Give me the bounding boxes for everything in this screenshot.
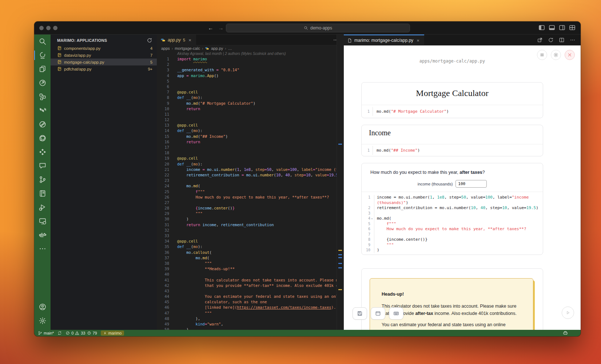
app-settings-button[interactable] xyxy=(551,50,561,60)
cell-code[interactable]: 1 mo.md("# Mortgage Calculator") xyxy=(362,105,543,118)
toggle-secondary-sidebar-icon[interactable] xyxy=(559,24,565,31)
code-line[interactable]: 23 xyxy=(157,178,344,183)
copilot-icon[interactable] xyxy=(563,331,568,336)
code-line[interactable]: 31 return income, retirement_contributio… xyxy=(157,222,344,228)
code-line[interactable]: 35def __(mo): xyxy=(157,244,344,249)
run-app-button[interactable] xyxy=(562,307,574,319)
breadcrumb[interactable]: apps›mortgage-calc›app.py›… xyxy=(161,45,232,51)
breadcrumb-item[interactable]: app.py xyxy=(211,46,223,51)
code-line[interactable]: 21 income = mo.ui.number(1, 1e8, step=50… xyxy=(157,167,344,172)
marimo-server-status[interactable]: marimo xyxy=(101,331,124,336)
code-line[interactable]: 29 """ xyxy=(157,211,344,216)
code-line[interactable]: 8def __(mo): xyxy=(157,95,344,100)
code-line[interactable]: 14def __(mo): xyxy=(157,128,344,133)
history-forward-button[interactable]: → xyxy=(218,25,224,31)
code-line[interactable]: 37 mo.md( xyxy=(157,255,344,261)
breadcrumb-item[interactable]: … xyxy=(228,46,232,51)
code-line[interactable]: 25 f""" xyxy=(157,189,344,195)
tab-marimo-preview[interactable]: marimo: mortgage-calc/app.py × xyxy=(344,35,424,45)
code-line[interactable]: 44 You can estimate your federal and sta… xyxy=(157,294,344,299)
activity-item-components[interactable] xyxy=(34,90,51,104)
code-line[interactable]: 15 mo.md("## Income") xyxy=(157,134,344,139)
activity-item-notebook[interactable] xyxy=(34,187,51,200)
customize-layout-icon[interactable] xyxy=(569,24,576,31)
activity-item-marimo[interactable] xyxy=(34,48,51,62)
code-line[interactable]: 1import marimo xyxy=(157,56,344,62)
cell-code-block[interactable]: 1income = mo.ui.number(1, 1e8, step=50, … xyxy=(362,192,543,255)
more-actions-icon[interactable] xyxy=(570,37,576,43)
cell-code[interactable]: 1 mo.md("## Income") xyxy=(362,144,543,156)
code-line[interactable]: 3__generated_with = "0.0.14" xyxy=(157,67,344,73)
code-line[interactable]: 33 xyxy=(157,233,344,239)
code-line[interactable]: 24 mo.md( xyxy=(157,183,344,189)
git-sync-button[interactable] xyxy=(57,331,62,335)
minimap[interactable] xyxy=(337,35,344,330)
save-button[interactable] xyxy=(353,307,367,320)
activity-item-remote-explorer[interactable] xyxy=(34,214,51,228)
activity-item-extensions[interactable] xyxy=(34,145,51,159)
code-line[interactable]: 46 [linked here](https://smartasset.com/… xyxy=(157,305,344,310)
code-line[interactable]: 13@app.cell xyxy=(157,123,344,128)
code-line[interactable]: 17 xyxy=(157,145,344,150)
activity-item-account[interactable] xyxy=(34,300,51,314)
activity-item-git-graph[interactable] xyxy=(34,173,51,187)
bell-icon[interactable] xyxy=(572,331,577,336)
breadcrumb-item[interactable]: apps xyxy=(161,46,170,51)
code-line[interactable]: 18 xyxy=(157,150,344,156)
code-line[interactable]: 41 This calculator does not take taxes i… xyxy=(157,277,344,283)
code-line[interactable]: 9 mo.md("# Mortgage Calculator") xyxy=(157,101,344,106)
code-line[interactable]: 42 that you provide **after-tax** income… xyxy=(157,283,344,288)
open-external-icon[interactable] xyxy=(537,37,543,43)
code-line[interactable]: 50 ) xyxy=(157,327,344,330)
activity-item-debug[interactable] xyxy=(34,200,51,214)
collapse-caret-icon[interactable]: ▾ xyxy=(371,216,373,222)
code-line[interactable]: 12 xyxy=(157,117,344,123)
traffic-zoom-button[interactable] xyxy=(53,26,57,30)
split-editor-icon[interactable] xyxy=(559,37,565,43)
reload-preview-icon[interactable] xyxy=(548,37,554,43)
git-branch-status[interactable]: main* xyxy=(38,331,54,335)
activity-item-leaf[interactable] xyxy=(34,117,51,131)
code-line[interactable]: 6 xyxy=(157,84,344,89)
code-line[interactable]: 48 ), xyxy=(157,316,344,321)
income-number-input[interactable] xyxy=(455,180,487,188)
code-line[interactable]: 19@app.cell xyxy=(157,156,344,161)
command-center-search[interactable]: demo-apps xyxy=(226,24,410,32)
code-line[interactable]: 4app = marimo.App() xyxy=(157,73,344,79)
activity-item-terraform[interactable] xyxy=(34,104,51,117)
activity-item-search[interactable] xyxy=(34,35,51,48)
code-line[interactable]: 47 """ xyxy=(157,311,344,316)
code-line[interactable]: 2 xyxy=(157,62,344,67)
activity-item-settings[interactable] xyxy=(34,314,51,328)
code-line[interactable]: 49 kind="warn", xyxy=(157,321,344,327)
code-line[interactable]: 36 mo.callout( xyxy=(157,250,344,255)
sidebar-item-components-app-py[interactable]: components/app.py4 xyxy=(51,45,157,52)
keyboard-shortcuts-button[interactable] xyxy=(389,307,403,320)
activity-item-run-circle[interactable] xyxy=(34,76,51,90)
code-line[interactable]: 32 xyxy=(157,228,344,233)
code-line[interactable]: 39 **Heads-up!** xyxy=(157,266,344,272)
code-line[interactable]: 20def __(mo): xyxy=(157,161,344,167)
code-line[interactable]: 43 xyxy=(157,288,344,294)
breadcrumb-item[interactable]: mortgage-calc xyxy=(175,46,200,51)
code-line[interactable]: 45 calculator, such as the one xyxy=(157,299,344,305)
toggle-primary-sidebar-icon[interactable] xyxy=(538,24,545,31)
tab-close-icon[interactable]: × xyxy=(187,37,192,43)
code-line[interactable]: 11 xyxy=(157,112,344,117)
preview-tab-close-icon[interactable]: × xyxy=(415,38,421,43)
code-editor[interactable]: 1import marimo23__generated_with = "0.0.… xyxy=(157,56,344,330)
code-line[interactable]: 10 return xyxy=(157,106,344,112)
code-line[interactable]: 34@app.cell xyxy=(157,239,344,244)
sidebar-item-dataviz-app-py[interactable]: dataviz/app.py7 xyxy=(51,52,157,59)
activity-item-github[interactable] xyxy=(34,131,51,145)
activity-item-docker[interactable] xyxy=(34,228,51,242)
traffic-close-button[interactable] xyxy=(39,26,44,30)
code-line[interactable]: 28 {income.center()} xyxy=(157,205,344,211)
activity-item-more[interactable] xyxy=(34,242,51,256)
code-line[interactable]: 16 return xyxy=(157,139,344,145)
tab-app-py[interactable]: app.py 5 × xyxy=(157,35,196,45)
sidebar-item-pdfchat-app-py[interactable]: pdfchat/app.py9+ xyxy=(51,65,157,72)
refresh-icon[interactable] xyxy=(147,37,152,43)
toggle-panel-icon[interactable] xyxy=(549,24,555,31)
code-line[interactable]: 40 xyxy=(157,272,344,277)
